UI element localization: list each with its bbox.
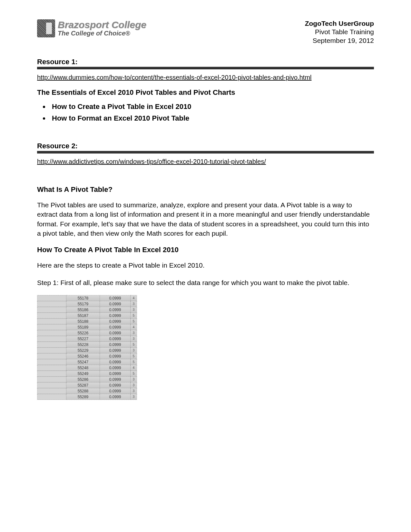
table-row: 552280.09995 xyxy=(37,342,137,348)
cell-flag: 3 xyxy=(130,382,137,388)
pivot-description: The Pivot tables are used to summarize, … xyxy=(37,200,374,238)
cell-flag: 3 xyxy=(130,348,137,353)
cell-flag: 5 xyxy=(130,319,137,324)
table-row: 551860.09993 xyxy=(37,307,137,313)
divider xyxy=(37,67,374,69)
resource1-subtitle: The Essentials of Excel 2010 Pivot Table… xyxy=(37,88,374,97)
cell-value: 0.0999 xyxy=(100,313,131,319)
logo-text: Brazosport College The College of Choice… xyxy=(58,20,146,37)
cell-value: 0.0999 xyxy=(100,307,131,313)
cell-flag: 3 xyxy=(130,330,137,336)
table-row: 552460.09995 xyxy=(37,353,137,359)
cell-flag: 3 xyxy=(130,394,137,400)
cell-blank xyxy=(37,377,66,382)
document-page: Brazosport College The College of Choice… xyxy=(0,0,411,413)
cell-blank xyxy=(37,394,66,400)
cell-flag: 3 xyxy=(130,301,137,307)
list-item: How to Create a Pivot Table in Excel 201… xyxy=(49,103,374,111)
cell-id: 55247 xyxy=(66,359,100,365)
cell-id: 55228 xyxy=(66,342,100,348)
cell-flag: 5 xyxy=(130,342,137,348)
cell-id: 55179 xyxy=(66,301,100,307)
cell-flag: 3 xyxy=(130,388,137,394)
step1-text: Step 1: First of all, please make sure t… xyxy=(37,278,374,287)
how-to-heading: How To Create A Pivot Table In Excel 201… xyxy=(37,246,374,254)
cell-id: 55287 xyxy=(66,382,100,388)
cell-value: 0.0999 xyxy=(100,388,131,394)
logo-line2: The College of Choice® xyxy=(58,30,146,37)
cell-flag: 5 xyxy=(130,371,137,377)
logo-line1: Brazosport College xyxy=(58,20,146,30)
table-row: 552480.09994 xyxy=(37,365,137,371)
table-row: 551790.09993 xyxy=(37,301,137,307)
cell-blank xyxy=(37,313,66,319)
cell-blank xyxy=(37,330,66,336)
cell-blank xyxy=(37,324,66,330)
table-row: 552290.09993 xyxy=(37,348,137,353)
college-logo-icon xyxy=(37,19,55,37)
table-row: 552860.09993 xyxy=(37,377,137,382)
logo-block: Brazosport College The College of Choice… xyxy=(37,19,146,37)
cell-blank xyxy=(37,301,66,307)
cell-value: 0.0999 xyxy=(100,359,131,365)
table-row: 551880.09995 xyxy=(37,319,137,324)
cell-value: 0.0999 xyxy=(100,348,131,353)
cell-blank xyxy=(37,382,66,388)
cell-blank xyxy=(37,319,66,324)
what-is-heading: What Is A Pivot Table? xyxy=(37,185,374,194)
meta-title: ZogoTech UserGroup xyxy=(305,19,374,28)
cell-value: 0.0999 xyxy=(100,365,131,371)
cell-value: 0.0999 xyxy=(100,330,131,336)
cell-flag: 4 xyxy=(130,295,137,301)
resource1-list: How to Create a Pivot Table in Excel 201… xyxy=(49,103,374,123)
cell-id: 55227 xyxy=(66,336,100,342)
cell-blank xyxy=(37,371,66,377)
table-row: 551780.09994 xyxy=(37,295,137,301)
how-to-intro: Here are the steps to create a Pivot tab… xyxy=(37,261,374,270)
cell-value: 0.0999 xyxy=(100,353,131,359)
cell-flag: 4 xyxy=(130,324,137,330)
cell-value: 0.0999 xyxy=(100,394,131,400)
cell-blank xyxy=(37,342,66,348)
spreadsheet-image: 551780.09994551790.09993551860.099935518… xyxy=(37,295,137,400)
table-row: 552270.09993 xyxy=(37,336,137,342)
cell-flag: 3 xyxy=(130,336,137,342)
cell-value: 0.0999 xyxy=(100,295,131,301)
list-item: How to Format an Excel 2010 Pivot Table xyxy=(49,114,374,123)
cell-blank xyxy=(37,353,66,359)
cell-id: 55248 xyxy=(66,365,100,371)
cell-id: 55249 xyxy=(66,371,100,377)
cell-id: 55288 xyxy=(66,388,100,394)
cell-value: 0.0999 xyxy=(100,301,131,307)
cell-value: 0.0999 xyxy=(100,324,131,330)
cell-flag: 5 xyxy=(130,359,137,365)
cell-id: 55289 xyxy=(66,394,100,400)
cell-blank xyxy=(37,359,66,365)
cell-id: 55229 xyxy=(66,348,100,353)
cell-value: 0.0999 xyxy=(100,371,131,377)
table-row: 552890.09993 xyxy=(37,394,137,400)
cell-value: 0.0999 xyxy=(100,336,131,342)
cell-id: 55187 xyxy=(66,313,100,319)
cell-id: 55226 xyxy=(66,330,100,336)
table-row: 552260.09993 xyxy=(37,330,137,336)
resource2-link[interactable]: http://www.addictivetips.com/windows-tip… xyxy=(37,158,374,165)
resource1-title: Resource 1: xyxy=(37,58,374,66)
table-row: 551870.09995 xyxy=(37,313,137,319)
resource1-link[interactable]: http://www.dummies.com/how-to/content/th… xyxy=(37,74,374,81)
cell-blank xyxy=(37,307,66,313)
meta-date: September 19, 2012 xyxy=(305,36,374,45)
cell-value: 0.0999 xyxy=(100,342,131,348)
cell-flag: 5 xyxy=(130,313,137,319)
cell-id: 55189 xyxy=(66,324,100,330)
cell-value: 0.0999 xyxy=(100,377,131,382)
cell-blank xyxy=(37,388,66,394)
cell-value: 0.0999 xyxy=(100,319,131,324)
table-row: 552490.09995 xyxy=(37,371,137,377)
cell-id: 55246 xyxy=(66,353,100,359)
divider xyxy=(37,151,374,153)
header-meta: ZogoTech UserGroup Pivot Table Training … xyxy=(305,19,374,45)
cell-flag: 3 xyxy=(130,377,137,382)
table-row: 552870.09993 xyxy=(37,382,137,388)
cell-blank xyxy=(37,295,66,301)
